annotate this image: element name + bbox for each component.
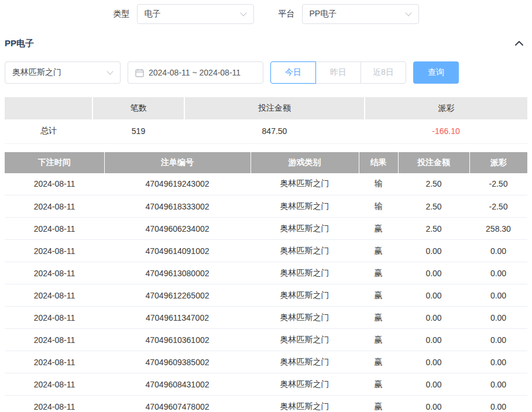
cell-bet-time: 2024-08-11: [5, 373, 104, 396]
betting-records-page: 类型 电子 平台 PP电子 PP电子 奥林匹斯之门 2024-08-11 ~ 2…: [0, 0, 532, 412]
yesterday-button[interactable]: 昨日: [315, 61, 361, 84]
cell-bet-id: 47049608431002: [104, 373, 250, 396]
summary-header-row: 笔数 投注金额 派彩: [5, 97, 527, 119]
cell-bet-time: 2024-08-11: [5, 195, 104, 218]
date-range-value: 2024-08-11 ~ 2024-08-11: [149, 68, 241, 77]
cell-bet-amount: 0.00: [398, 307, 469, 329]
game-select[interactable]: 奥林匹斯之门: [5, 61, 121, 84]
platform-select[interactable]: PP电子: [302, 4, 419, 24]
cell-game-type: 奥林匹斯之门: [250, 262, 359, 284]
cell-game-type: 奥林匹斯之门: [250, 284, 359, 307]
cell-payout: 0.00: [469, 307, 527, 329]
cell-bet-id: 47049610361002: [104, 329, 250, 351]
cell-bet-amount: 0.00: [398, 396, 469, 412]
chevron-up-icon[interactable]: [514, 40, 524, 46]
type-select[interactable]: 电子: [137, 4, 254, 24]
table-row: 2024-08-11 47049606234002 奥林匹斯之门 赢 2.50 …: [5, 218, 527, 240]
cell-bet-time: 2024-08-11: [5, 284, 104, 307]
cell-game-type: 奥林匹斯之门: [250, 195, 359, 218]
cell-bet-amount: 0.00: [398, 329, 469, 351]
table-row: 2024-08-11 47049609385002 奥林匹斯之门 赢 0.00 …: [5, 351, 527, 373]
cell-payout: 0.00: [469, 351, 527, 373]
section-header: PP电子: [0, 34, 532, 53]
cell-bet-id: 47049612265002: [104, 284, 250, 307]
cell-payout: 0.00: [469, 284, 527, 307]
table-row: 2024-08-11 47049613080002 奥林匹斯之门 赢 0.00 …: [5, 262, 527, 284]
table-row: 2024-08-11 47049607478002 奥林匹斯之门 赢 0.00 …: [5, 396, 527, 412]
header-bet-amount: 投注金额: [398, 152, 469, 173]
calendar-icon: [135, 68, 144, 77]
cell-result: 赢: [359, 351, 398, 373]
platform-label: 平台: [279, 9, 295, 19]
header-result: 结果: [359, 152, 398, 173]
summary-table: 笔数 投注金额 派彩 总计 519 847.50 -166.10: [5, 97, 527, 144]
cell-bet-time: 2024-08-11: [5, 218, 104, 240]
platform-select-value: PP电子: [310, 9, 337, 19]
cell-result: 输: [359, 173, 398, 195]
cell-bet-id: 47049611347002: [104, 307, 250, 329]
cell-bet-amount: 2.50: [398, 218, 469, 240]
cell-payout: 0.00: [469, 240, 527, 262]
cell-bet-time: 2024-08-11: [5, 351, 104, 373]
cell-bet-amount: 0.00: [398, 262, 469, 284]
table-row: 2024-08-11 47049619243002 奥林匹斯之门 输 2.50 …: [5, 173, 527, 195]
cell-game-type: 奥林匹斯之门: [250, 307, 359, 329]
cell-result: 赢: [359, 284, 398, 307]
cell-bet-id: 47049609385002: [104, 351, 250, 373]
summary-count-value: 519: [92, 119, 184, 143]
cell-bet-id: 47049607478002: [104, 396, 250, 412]
table-row: 2024-08-11 47049610361002 奥林匹斯之门 赢 0.00 …: [5, 329, 527, 351]
table-row: 2024-08-11 47049608431002 奥林匹斯之门 赢 0.00 …: [5, 373, 527, 396]
bets-header-row: 下注时间 注单编号 游戏类别 结果 投注金额 派彩: [5, 152, 527, 173]
cell-bet-time: 2024-08-11: [5, 173, 104, 195]
cell-bet-id: 47049619243002: [104, 173, 250, 195]
cell-payout: 0.00: [469, 329, 527, 351]
cell-payout: 0.00: [469, 373, 527, 396]
type-select-value: 电子: [145, 9, 161, 19]
table-row: 2024-08-11 47049611347002 奥林匹斯之门 赢 0.00 …: [5, 307, 527, 329]
cell-bet-time: 2024-08-11: [5, 240, 104, 262]
header-payout: 派彩: [469, 152, 527, 173]
cell-bet-id: 47049618333002: [104, 195, 250, 218]
summary-header-bet-amount: 投注金额: [184, 97, 365, 119]
summary-header-payout: 派彩: [365, 97, 527, 119]
table-row: 2024-08-11 47049618333002 奥林匹斯之门 输 2.50 …: [5, 195, 527, 218]
chevron-down-icon: [240, 9, 246, 16]
chevron-down-icon: [107, 68, 113, 74]
today-button[interactable]: 今日: [270, 61, 316, 84]
section-title: PP电子: [5, 38, 34, 49]
cell-result: 赢: [359, 373, 398, 396]
cell-bet-time: 2024-08-11: [5, 396, 104, 412]
cell-game-type: 奥林匹斯之门: [250, 329, 359, 351]
date-range-picker[interactable]: 2024-08-11 ~ 2024-08-11: [128, 61, 263, 84]
last8days-button[interactable]: 近8日: [361, 61, 406, 84]
cell-game-type: 奥林匹斯之门: [250, 240, 359, 262]
cell-bet-amount: 0.00: [398, 240, 469, 262]
cell-bet-time: 2024-08-11: [5, 307, 104, 329]
type-label: 类型: [114, 9, 130, 19]
cell-payout: 258.30: [469, 218, 527, 240]
cell-bet-amount: 0.00: [398, 351, 469, 373]
cell-result: 赢: [359, 329, 398, 351]
summary-header-count: 笔数: [92, 97, 184, 119]
header-bet-id: 注单编号: [104, 152, 250, 173]
search-button[interactable]: 查询: [413, 61, 459, 84]
cell-game-type: 奥林匹斯之门: [250, 218, 359, 240]
cell-result: 赢: [359, 307, 398, 329]
header-game-type: 游戏类别: [250, 152, 359, 173]
cell-bet-amount: 0.00: [398, 284, 469, 307]
cell-game-type: 奥林匹斯之门: [250, 373, 359, 396]
cell-result: 赢: [359, 396, 398, 412]
cell-bet-time: 2024-08-11: [5, 329, 104, 351]
cell-bet-id: 47049614091002: [104, 240, 250, 262]
cell-result: 赢: [359, 240, 398, 262]
date-shortcut-group: 今日 昨日 近8日: [270, 61, 406, 84]
cell-game-type: 奥林匹斯之门: [250, 351, 359, 373]
summary-bet-amount-value: 847.50: [184, 119, 365, 143]
summary-total-label: 总计: [5, 119, 92, 143]
cell-payout: 0.00: [469, 262, 527, 284]
header-bet-time: 下注时间: [5, 152, 104, 173]
bets-table: 下注时间 注单编号 游戏类别 结果 投注金额 派彩 2024-08-11 470…: [5, 152, 527, 412]
summary-header-empty: [5, 97, 92, 119]
cell-payout: -2.50: [469, 195, 527, 218]
